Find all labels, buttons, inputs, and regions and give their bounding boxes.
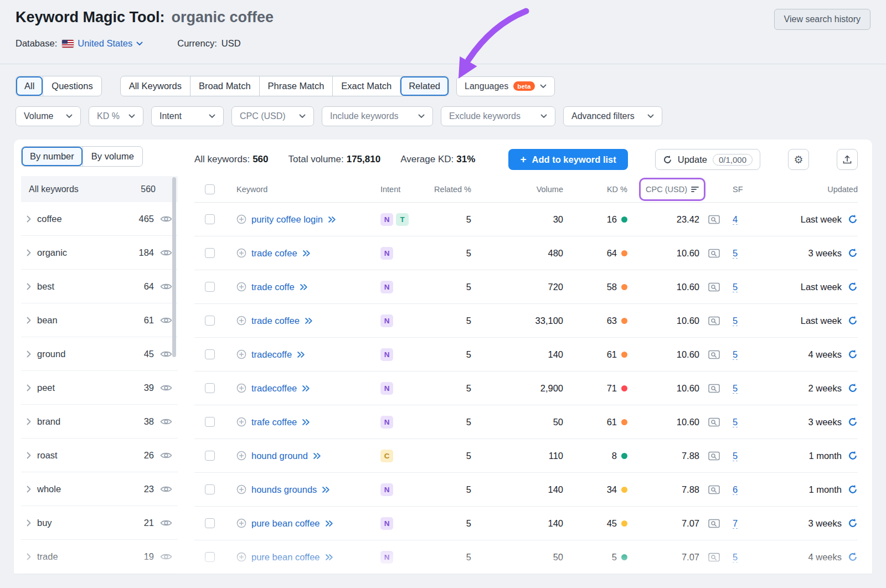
keyword-link[interactable]: tradecoffee	[251, 383, 297, 394]
row-checkbox[interactable]	[205, 282, 215, 292]
add-keyword-plus-icon[interactable]	[236, 248, 246, 258]
sf-link[interactable]: 5	[733, 282, 738, 292]
sf-link[interactable]: 5	[733, 552, 738, 563]
export-button[interactable]	[837, 149, 858, 170]
filter-dropdown[interactable]: CPC (USD)	[231, 106, 314, 126]
match-tab[interactable]: Phrase Match	[259, 76, 333, 96]
keyword-group-item[interactable]: whole 23	[21, 472, 178, 506]
sf-link[interactable]: 5	[733, 417, 738, 427]
keyword-group-item[interactable]: bean 61	[21, 303, 178, 337]
eye-icon[interactable]	[160, 215, 172, 223]
eye-icon[interactable]	[160, 384, 172, 392]
refresh-keyword-icon[interactable]	[848, 349, 858, 359]
all-keywords-group[interactable]: All keywords 560	[21, 176, 178, 202]
open-keyword-icon[interactable]	[322, 486, 330, 493]
serp-preview-icon[interactable]	[708, 451, 720, 461]
database-selector[interactable]: United States	[78, 38, 143, 49]
view-search-history-button[interactable]: View search history	[774, 9, 870, 30]
update-button[interactable]: Update 0/1,000	[655, 149, 760, 170]
sidebar-scrollbar[interactable]	[172, 177, 176, 357]
keyword-link[interactable]: trade coffee	[251, 316, 300, 326]
keyword-link[interactable]: pure bean coffee	[251, 552, 320, 563]
row-checkbox[interactable]	[205, 552, 215, 562]
refresh-keyword-icon[interactable]	[848, 552, 858, 562]
sf-link[interactable]: 5	[733, 248, 738, 259]
refresh-keyword-icon[interactable]	[848, 282, 858, 292]
filter-dropdown[interactable]: Exclude keywords	[441, 106, 555, 126]
sf-link[interactable]: 5	[733, 451, 738, 461]
row-checkbox[interactable]	[205, 484, 215, 494]
serp-preview-icon[interactable]	[708, 383, 720, 394]
sf-link[interactable]: 5	[733, 383, 738, 394]
select-all-checkbox[interactable]	[205, 184, 215, 194]
column-header-keyword[interactable]: Keyword	[225, 185, 372, 194]
open-keyword-icon[interactable]	[302, 419, 310, 426]
row-checkbox[interactable]	[205, 248, 215, 258]
sf-link[interactable]: 5	[733, 349, 738, 360]
column-header-cpc[interactable]: CPC (USD)	[627, 178, 699, 201]
keyword-link[interactable]: tradecoffe	[251, 349, 292, 360]
open-keyword-icon[interactable]	[328, 216, 336, 223]
match-tab[interactable]: Related	[400, 76, 449, 96]
refresh-keyword-icon[interactable]	[848, 417, 858, 427]
row-checkbox[interactable]	[205, 417, 215, 427]
keyword-group-item[interactable]: ground 45	[21, 337, 178, 371]
row-checkbox[interactable]	[205, 214, 215, 224]
eye-icon[interactable]	[160, 350, 172, 358]
column-header-volume[interactable]: Volume	[471, 185, 563, 194]
sf-link[interactable]: 7	[733, 518, 738, 529]
keyword-group-item[interactable]: best 64	[21, 270, 178, 303]
eye-icon[interactable]	[160, 519, 172, 527]
sf-link[interactable]: 5	[733, 316, 738, 326]
row-checkbox[interactable]	[205, 316, 215, 326]
open-keyword-icon[interactable]	[302, 385, 310, 392]
keyword-group-item[interactable]: peet 39	[21, 371, 178, 405]
keyword-link[interactable]: trade cofee	[251, 248, 297, 259]
row-checkbox[interactable]	[205, 383, 215, 393]
serp-preview-icon[interactable]	[708, 214, 720, 225]
eye-icon[interactable]	[160, 451, 172, 460]
add-keyword-plus-icon[interactable]	[236, 214, 246, 224]
eye-icon[interactable]	[160, 553, 172, 561]
open-keyword-icon[interactable]	[305, 317, 313, 324]
open-keyword-icon[interactable]	[325, 554, 333, 561]
eye-icon[interactable]	[160, 249, 172, 257]
refresh-keyword-icon[interactable]	[848, 383, 858, 393]
column-header-updated[interactable]: Updated	[751, 185, 858, 194]
by-volume-toggle[interactable]: By volume	[83, 147, 142, 166]
refresh-keyword-icon[interactable]	[848, 484, 858, 494]
open-keyword-icon[interactable]	[300, 283, 308, 291]
add-keyword-plus-icon[interactable]	[236, 316, 246, 326]
serp-preview-icon[interactable]	[708, 518, 720, 529]
by-number-toggle[interactable]: By number	[22, 147, 83, 166]
filter-dropdown[interactable]: Include keywords	[322, 106, 433, 126]
keyword-link[interactable]: trade coffe	[251, 282, 295, 292]
row-checkbox[interactable]	[205, 349, 215, 359]
keyword-link[interactable]: hounds grounds	[251, 484, 317, 495]
match-tab[interactable]: Broad Match	[190, 76, 259, 96]
settings-button[interactable]: ⚙	[788, 149, 809, 170]
keyword-link[interactable]: trafe coffee	[251, 417, 297, 427]
keyword-link[interactable]: hound ground	[251, 451, 308, 461]
add-keyword-plus-icon[interactable]	[236, 484, 246, 494]
filter-dropdown[interactable]: Volume	[16, 106, 81, 126]
sf-link[interactable]: 6	[733, 484, 738, 495]
keyword-group-item[interactable]: coffee 465	[21, 202, 178, 236]
open-keyword-icon[interactable]	[325, 520, 333, 527]
eye-icon[interactable]	[160, 417, 172, 426]
keyword-group-item[interactable]: buy 21	[21, 506, 178, 540]
row-checkbox[interactable]	[205, 451, 215, 461]
filter-dropdown[interactable]: KD %	[89, 106, 143, 126]
keyword-group-item[interactable]: trade 19	[21, 540, 178, 574]
serp-preview-icon[interactable]	[708, 316, 720, 326]
column-header-sf[interactable]: SF	[728, 185, 751, 194]
refresh-keyword-icon[interactable]	[848, 214, 858, 224]
keyword-group-item[interactable]: roast 26	[21, 439, 178, 472]
refresh-keyword-icon[interactable]	[848, 248, 858, 258]
serp-preview-icon[interactable]	[708, 484, 720, 495]
filter-dropdown[interactable]: Advanced filters	[563, 106, 662, 126]
serp-preview-icon[interactable]	[708, 248, 720, 259]
filter-dropdown[interactable]: Intent	[151, 106, 224, 126]
add-keyword-plus-icon[interactable]	[236, 282, 246, 292]
column-header-kd[interactable]: KD %	[563, 185, 627, 194]
